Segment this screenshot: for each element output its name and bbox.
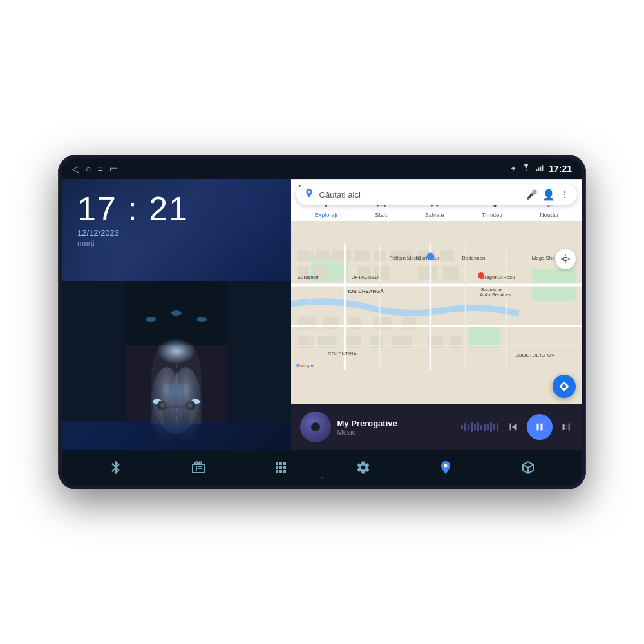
map-location-button[interactable] bbox=[555, 249, 576, 269]
waveform-bar-9 bbox=[487, 424, 489, 430]
status-bar-right: ✦ 17:21 bbox=[510, 164, 572, 174]
waveform-bar-10 bbox=[490, 422, 492, 432]
svg-text:Mega Shop: Mega Shop bbox=[531, 255, 558, 261]
left-panel: 17 : 21 12/12/2023 marți bbox=[62, 179, 291, 450]
svg-rect-50 bbox=[373, 317, 391, 330]
screen: ◁ ○ ≡ ▭ ✦ bbox=[62, 158, 582, 486]
nav-maps[interactable] bbox=[431, 453, 460, 482]
status-bar: ◁ ○ ≡ ▭ ✦ bbox=[62, 158, 582, 179]
svg-rect-40 bbox=[440, 250, 454, 261]
waveform-bar-12 bbox=[497, 423, 498, 431]
svg-text:JUDEȚUL ILFOV: JUDEȚUL ILFOV bbox=[516, 352, 555, 358]
map-icons-right: 🎤 👤 ⋮ bbox=[526, 189, 569, 201]
svg-point-15 bbox=[157, 339, 195, 365]
svg-text:Google: Google bbox=[296, 363, 314, 368]
clock-day: marți bbox=[77, 239, 276, 248]
main-content: 17 : 21 12/12/2023 marți bbox=[62, 179, 582, 450]
svg-rect-56 bbox=[392, 336, 412, 348]
previous-button[interactable] bbox=[506, 420, 520, 434]
music-info: My Prerogative Music bbox=[337, 419, 455, 436]
svg-point-0 bbox=[526, 170, 527, 171]
svg-point-28 bbox=[308, 191, 310, 193]
swipe-up-indicator: ⌃ bbox=[319, 475, 325, 484]
svg-rect-34 bbox=[316, 250, 329, 261]
tunnel-scene bbox=[62, 253, 291, 450]
status-bar-left: ◁ ○ ≡ ▭ bbox=[72, 164, 118, 174]
music-subtitle: Music bbox=[337, 428, 455, 436]
nav-radio[interactable] bbox=[184, 453, 213, 482]
svg-rect-36 bbox=[354, 250, 370, 261]
back-button[interactable]: ◁ bbox=[72, 164, 79, 174]
svg-rect-10 bbox=[227, 281, 291, 421]
svg-rect-47 bbox=[297, 317, 316, 330]
account-icon[interactable]: 👤 bbox=[542, 189, 555, 201]
mic-icon[interactable]: 🎤 bbox=[526, 189, 537, 200]
play-pause-button[interactable] bbox=[527, 414, 553, 440]
svg-rect-45 bbox=[417, 266, 437, 280]
music-controls bbox=[506, 414, 573, 440]
music-player: My Prerogative Music bbox=[291, 404, 582, 450]
map-search-text[interactable]: Căutați aici bbox=[319, 190, 526, 200]
nav-3d[interactable] bbox=[514, 453, 542, 482]
bottom-nav: ⌃ bbox=[62, 450, 582, 486]
svg-rect-46 bbox=[443, 266, 459, 280]
svg-text:Pattern Media: Pattern Media bbox=[389, 255, 421, 261]
svg-rect-55 bbox=[370, 336, 383, 348]
svg-text:Surâștilor: Surâștilor bbox=[297, 274, 319, 280]
svg-rect-49 bbox=[348, 317, 361, 330]
nav-buttons: ◁ ○ ≡ ▭ bbox=[72, 164, 118, 174]
signal-icon bbox=[536, 164, 544, 174]
svg-point-92 bbox=[562, 384, 566, 388]
clock-section: 17 : 21 12/12/2023 marți bbox=[62, 179, 291, 253]
svg-text:Badeıman: Badeıman bbox=[462, 255, 485, 261]
map-canvas: IOS CREANGĂ Surâștilor OFTALMED COLENTIN… bbox=[291, 210, 582, 404]
clock-time: 17 : 21 bbox=[77, 192, 276, 225]
svg-rect-54 bbox=[345, 336, 361, 348]
svg-text:COLENTINA: COLENTINA bbox=[328, 351, 357, 357]
svg-point-26 bbox=[170, 367, 202, 444]
music-title: My Prerogative bbox=[337, 419, 455, 428]
wifi-icon bbox=[522, 164, 531, 174]
right-panel: Căutați aici 🎤 👤 ⋮ bbox=[291, 179, 582, 450]
waveform-bar-6 bbox=[477, 422, 479, 431]
next-button[interactable] bbox=[559, 420, 573, 434]
svg-rect-33 bbox=[297, 250, 313, 261]
map-navigate-button[interactable] bbox=[553, 375, 576, 398]
svg-point-13 bbox=[171, 310, 182, 316]
waveform-bar-8 bbox=[484, 424, 486, 431]
svg-point-12 bbox=[146, 317, 156, 322]
album-art bbox=[300, 412, 331, 442]
car-display-device: ◁ ○ ≡ ▭ ✦ bbox=[58, 155, 586, 489]
home-button[interactable]: ○ bbox=[86, 164, 91, 174]
svg-rect-48 bbox=[323, 317, 339, 330]
waveform-bar-7 bbox=[480, 425, 482, 430]
svg-rect-58 bbox=[449, 336, 462, 348]
svg-point-93 bbox=[444, 464, 448, 468]
waveform-bar-2 bbox=[464, 423, 466, 431]
nav-settings[interactable] bbox=[349, 453, 377, 482]
screenshot-button[interactable]: ▭ bbox=[109, 164, 118, 174]
svg-point-87 bbox=[564, 257, 567, 260]
svg-rect-2 bbox=[538, 167, 539, 171]
svg-rect-3 bbox=[540, 166, 541, 171]
svg-point-14 bbox=[196, 317, 207, 322]
nav-bluetooth[interactable] bbox=[102, 453, 130, 482]
svg-rect-4 bbox=[542, 165, 543, 171]
svg-text:Dragonul Roșu: Dragonul Roșu bbox=[481, 274, 515, 280]
nav-apps[interactable] bbox=[267, 453, 295, 482]
svg-rect-35 bbox=[332, 250, 351, 261]
svg-rect-53 bbox=[317, 336, 337, 348]
waveform-bar-11 bbox=[493, 424, 495, 430]
waveform-bar-4 bbox=[471, 422, 473, 432]
google-maps-icon bbox=[304, 188, 314, 201]
map-search-bar[interactable]: Căutați aici 🎤 👤 ⋮ bbox=[296, 184, 577, 205]
status-time: 17:21 bbox=[549, 164, 572, 174]
menu-button[interactable]: ≡ bbox=[97, 164, 102, 174]
waveform-bar-1 bbox=[461, 425, 463, 429]
more-icon[interactable]: ⋮ bbox=[560, 189, 569, 200]
waveform-bar-3 bbox=[468, 424, 469, 430]
bluetooth-status-icon: ✦ bbox=[510, 164, 516, 173]
svg-rect-1 bbox=[536, 169, 537, 171]
map-section[interactable]: Căutați aici 🎤 👤 ⋮ bbox=[291, 179, 582, 404]
svg-rect-51 bbox=[402, 317, 416, 330]
